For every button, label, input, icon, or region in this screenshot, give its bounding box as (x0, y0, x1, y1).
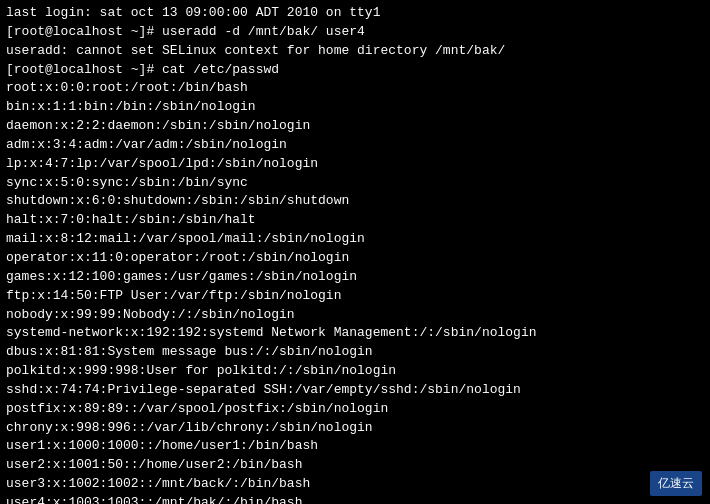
terminal-line: halt:x:7:0:halt:/sbin:/sbin/halt (6, 211, 704, 230)
terminal-line: user1:x:1000:1000::/home/user1:/bin/bash (6, 437, 704, 456)
terminal-line: root:x:0:0:root:/root:/bin/bash (6, 79, 704, 98)
terminal-line: polkitd:x:999:998:User for polkitd:/:/sb… (6, 362, 704, 381)
terminal-line: adm:x:3:4:adm:/var/adm:/sbin/nologin (6, 136, 704, 155)
terminal-line: games:x:12:100:games:/usr/games:/sbin/no… (6, 268, 704, 287)
terminal-line: postfix:x:89:89::/var/spool/postfix:/sbi… (6, 400, 704, 419)
terminal-line: lp:x:4:7:lp:/var/spool/lpd:/sbin/nologin (6, 155, 704, 174)
terminal-line: chrony:x:998:996::/var/lib/chrony:/sbin/… (6, 419, 704, 438)
terminal-line: mail:x:8:12:mail:/var/spool/mail:/sbin/n… (6, 230, 704, 249)
terminal-line: [root@localhost ~]# cat /etc/passwd (6, 61, 704, 80)
terminal-line: systemd-network:x:192:192:systemd Networ… (6, 324, 704, 343)
terminal-line: shutdown:x:6:0:shutdown:/sbin:/sbin/shut… (6, 192, 704, 211)
terminal-line: bin:x:1:1:bin:/bin:/sbin/nologin (6, 98, 704, 117)
terminal-line: useradd: cannot set SELinux context for … (6, 42, 704, 61)
terminal: last login: sat oct 13 09:00:00 ADT 2010… (0, 0, 710, 504)
terminal-line: nobody:x:99:99:Nobody:/:/sbin/nologin (6, 306, 704, 325)
terminal-line: user2:x:1001:50::/home/user2:/bin/bash (6, 456, 704, 475)
terminal-line: dbus:x:81:81:System message bus:/:/sbin/… (6, 343, 704, 362)
watermark: 亿速云 (650, 471, 702, 496)
terminal-line: daemon:x:2:2:daemon:/sbin:/sbin/nologin (6, 117, 704, 136)
terminal-line: user4:x:1003:1003::/mnt/bak/:/bin/bash (6, 494, 704, 504)
terminal-line: sync:x:5:0:sync:/sbin:/bin/sync (6, 174, 704, 193)
terminal-line: ftp:x:14:50:FTP User:/var/ftp:/sbin/nolo… (6, 287, 704, 306)
terminal-line: [root@localhost ~]# useradd -d /mnt/bak/… (6, 23, 704, 42)
terminal-line: last login: sat oct 13 09:00:00 ADT 2010… (6, 4, 704, 23)
terminal-line: operator:x:11:0:operator:/root:/sbin/nol… (6, 249, 704, 268)
terminal-line: user3:x:1002:1002::/mnt/back/:/bin/bash (6, 475, 704, 494)
terminal-line: sshd:x:74:74:Privilege-separated SSH:/va… (6, 381, 704, 400)
